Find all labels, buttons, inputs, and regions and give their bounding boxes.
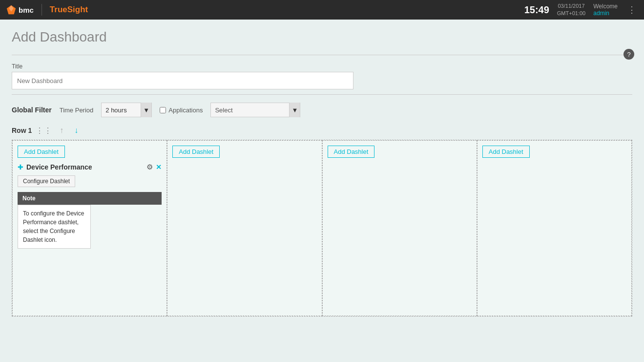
row1-arrow-down[interactable]: ↓ [71,125,82,136]
arrow-down-icon: ↓ [74,126,78,135]
date-line2: GMT+01:00 [557,10,585,17]
app-select-value: Select [211,106,289,114]
move-icon[interactable]: ✚ [18,163,23,171]
bmc-diamond-icon [6,4,17,15]
arrow-up-icon: ↑ [60,126,63,135]
note-content: To configure the Device Performance dash… [18,205,91,249]
section-divider [12,55,632,55]
time-display: 15:49 [524,4,549,16]
dashlet-grid: Add Dashlet ✚ Device Performance ⚙ ✕ Con… [12,140,632,317]
time-period-value: 2 hours [102,106,141,114]
global-filter-row: Global Filter Time Period 2 hours ▼ Appl… [12,103,632,117]
dashlet-cell-4: Add Dashlet [477,140,632,316]
note-tooltip: Note To configure the Device Performance… [18,192,162,249]
chevron-down-icon: ▼ [143,106,149,114]
time-period-select[interactable]: 2 hours ▼ [101,103,152,117]
row1-arrow-up[interactable]: ↑ [56,125,67,136]
row1-label: Row 1 [12,127,32,134]
topnav-right: 15:49 03/11/2017 GMT+01:00 Welcome admin… [524,2,638,18]
welcome-area: Welcome admin [593,3,618,17]
app-select-dropdown-arrow[interactable]: ▼ [289,103,300,117]
configure-dashlet-button[interactable]: Configure Dashlet [18,175,75,187]
add-dashlet-btn-2[interactable]: Add Dashlet [172,146,220,158]
bmc-text: bmc [19,6,34,14]
close-icon[interactable]: ✕ [156,163,162,171]
time-period-dropdown-arrow[interactable]: ▼ [141,103,151,117]
main-content: ? Add Dashboard Title Global Filter Time… [0,20,644,362]
title-field-area: Title [12,63,632,89]
add-dashlet-btn-3[interactable]: Add Dashlet [328,146,375,158]
truesight-label: TrueSight [50,5,88,15]
applications-checkbox-label[interactable]: Applications [160,106,203,114]
date-display: 03/11/2017 GMT+01:00 [557,2,585,18]
date-line1: 03/11/2017 [557,2,585,10]
row1-dots[interactable]: ⋮⋮ [36,126,52,135]
applications-label: Applications [168,106,203,114]
global-filter-label: Global Filter [12,106,52,114]
add-dashlet-btn-4[interactable]: Add Dashlet [482,146,530,158]
dashlet-header: ✚ Device Performance ⚙ ✕ [18,163,162,171]
dashlet-cell-3: Add Dashlet [322,140,477,316]
dashlet-cell-2: Add Dashlet [167,140,322,316]
section-divider-2 [12,94,632,95]
gear-icon[interactable]: ⚙ [146,163,153,171]
note-label: Note [18,192,162,205]
page-title: Add Dashboard [12,29,632,45]
logo-area: bmc TrueSight [6,4,88,16]
dashlet-cell-1: Add Dashlet ✚ Device Performance ⚙ ✕ Con… [12,140,167,316]
dashlet-title: Device Performance [26,163,144,171]
row1-header: Row 1 ⋮⋮ ↑ ↓ [12,125,632,136]
username: admin [593,10,618,17]
applications-checkbox[interactable] [160,107,166,113]
help-icon[interactable]: ? [623,49,634,60]
welcome-label: Welcome [593,3,618,10]
add-dashlet-btn-1[interactable]: Add Dashlet [18,146,65,158]
topnav: bmc TrueSight 15:49 03/11/2017 GMT+01:00… [0,0,644,20]
bmc-logo[interactable]: bmc [6,4,34,15]
device-performance-dashlet: ✚ Device Performance ⚙ ✕ Configure Dashl… [18,163,162,249]
nav-divider [42,4,42,16]
chevron-down-icon-2: ▼ [291,106,298,114]
applications-select[interactable]: Select ▼ [210,103,300,117]
title-input[interactable] [12,72,353,89]
title-label: Title [12,63,632,70]
nav-dots-menu[interactable]: ⋮ [625,2,638,17]
time-period-label: Time Period [60,106,94,114]
